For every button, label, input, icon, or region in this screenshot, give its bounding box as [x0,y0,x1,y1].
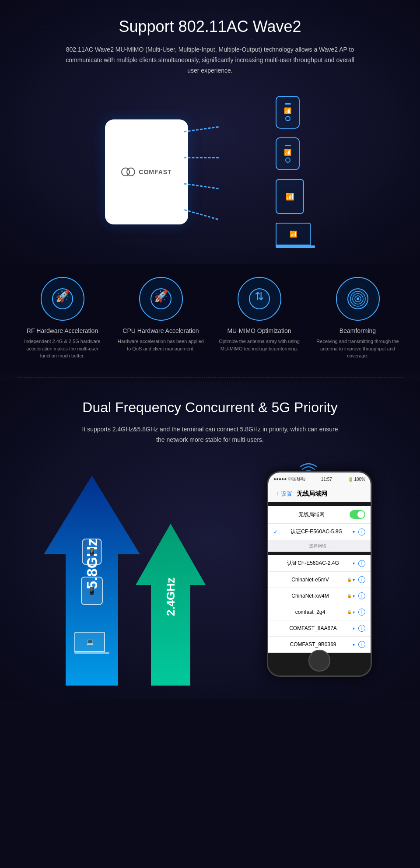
network-row-1[interactable]: 认证CF-E560AC-2.4G ▾ i [268,555,371,572]
network-list: 认证CF-E560AC-2.4G ▾ i ChinaNet-e5mV 🔒 ▾ i… [268,555,371,653]
laptop-screen: 📶 [276,223,311,245]
phone-speaker-1 [285,103,291,105]
network-row-4[interactable]: comfast_2g4 🔒 ▾ i [268,604,371,620]
other-networks-section: 选择网络... 认证CF-E560AC-2.4G ▾ i ChinaNet-e5… [268,540,371,653]
wifi-signal-n6: ▾ [353,642,355,647]
feature-mu-mimo: ⇅ MU-MIMO Optimization Optimize the ante… [216,277,303,360]
freq-visualization: 5.8GHz 📱 📱 💻 [26,458,394,686]
feature-beamforming: Beamforming Receiving and transmitting t… [314,277,402,360]
wifi-toggle-label: 无线局域网 [273,511,350,518]
beamforming-circle [336,277,380,321]
nav-title: 无线局域网 [297,490,327,498]
signal-lines [184,115,236,229]
svg-text:⇅: ⇅ [255,290,264,303]
laptop-base [276,245,315,248]
wifi-signal-n1: ▾ [353,561,355,566]
signal-line-1 [184,126,219,133]
section-wave2: Support 802.11AC Wave2 802.11AC Wave2 MU… [0,0,420,264]
comfast-logo-icon [121,167,135,177]
status-bar: ●●●●● 中国移动 11:57 🔋 100% [268,472,371,486]
feature-mu-desc: Optimize the antenna array with using MU… [216,338,303,352]
rf-circle: 🚀 [41,277,84,321]
svg-point-9 [357,298,359,300]
mu-mimo-circle: ⇅ [238,277,281,321]
network-row-5[interactable]: COMFAST_8AA67A ▾ i [268,620,371,637]
signal-line-4 [184,209,218,220]
cpu-circle: 🚀 [139,277,183,321]
wifi-signal-n5: ▾ [353,626,355,631]
wifi-signal-n2: ▾ [353,578,355,582]
feature-rf-title: RF Hardware Acceleration [19,327,106,334]
phone-button-2 [285,158,290,163]
feature-cpu-title: CPU Hardware Acceleration [117,327,205,334]
arrow-24-label: 2.4GHz [164,578,178,616]
device-tablet-on-arrow: 📱 [81,577,103,605]
info-button-4[interactable]: i [358,609,365,616]
feature-rf-hw-accel: 🚀 RF Hardware Acceleration Independent 2… [19,277,106,360]
comfast-text: COMFAST [139,168,172,175]
home-bar [268,653,371,668]
lock-icon-3: 🔒 [347,594,352,598]
info-button-3[interactable]: i [358,592,365,599]
svg-text:🚀: 🚀 [56,290,70,304]
wifi-toggle[interactable] [350,510,365,519]
signal-waves-icon [347,288,368,309]
phone-speaker-2 [285,145,291,146]
feature-beam-desc: Receiving and transmitting through the a… [314,338,402,360]
dual-freq-description: It supports 2.4GHz&5.8GHz and the termin… [79,424,341,445]
svg-point-1 [127,168,135,176]
feature-mu-title: MU-MIMO Optimization [216,327,303,334]
wifi-icon-laptop: 📶 [290,231,297,238]
section-dual-freq: Dual Frequency Concurrent & 5G Priority … [0,382,420,699]
features-grid: 🚀 RF Hardware Acceleration Independent 2… [18,277,402,360]
feature-cpu-desc: Hardware acceleration has been applied t… [117,338,205,352]
info-button-2[interactable]: i [358,576,365,583]
iphone-nav-bar: 〈 设置 无线局域网 [268,486,371,502]
network-row-2[interactable]: ChinaNet-e5mV 🔒 ▾ i [268,572,371,588]
signal-line-2 [184,157,219,158]
check-icon: ✓ [273,529,278,535]
devices-container: COMFAST 📶 📶 [26,89,394,255]
other-networks-header: 选择网络... [268,540,371,552]
tablet-outline: 📶 [276,179,304,214]
battery-text: 🔋 100% [348,477,365,482]
wifi-icon-2: 📶 [284,149,291,156]
home-button[interactable] [308,650,330,672]
nav-back-button[interactable]: 〈 设置 [273,490,292,498]
feature-rf-desc: Independent 2.4G & 2.5G hardware acceler… [19,338,106,360]
info-button-5[interactable]: i [358,625,365,632]
device-laptop-on-arrow: 💻 [74,632,109,654]
device-tablet: 📶 [276,179,315,214]
info-button-0[interactable]: i [358,528,365,536]
device-phone-on-arrow: 📱 [82,539,102,565]
info-button-6[interactable]: i [358,641,365,648]
info-button-1[interactable]: i [358,560,365,567]
comfast-logo: COMFAST [121,167,172,177]
device-phone-1: 📶 [276,96,315,129]
rocket-icon-2: 🚀 [150,288,172,309]
wifi-toggle-section: 无线局域网 ✓ 认证CF-E560AC-5.8G ▾ i [268,506,371,540]
connected-network-name: 认证CF-E560AC-5.8G [280,528,353,536]
arrows-updown-icon: ⇅ [249,288,270,309]
network-name-3: ChinaNet-xw4M [273,593,347,599]
device-laptop: 📶 [276,223,315,248]
arrow-58ghz: 5.8GHz 📱 📱 💻 [44,476,140,686]
network-name-6: COMFAST_9B0369 [273,641,353,648]
wifi-signal-1: ▾ [353,529,355,534]
network-name-4: comfast_2g4 [273,609,347,615]
lock-icon-2: 🔒 [347,578,352,582]
network-name-5: COMFAST_8AA67A [273,625,353,631]
network-name-2: ChinaNet-e5mV [273,577,347,583]
feature-cpu-hw-accel: 🚀 CPU Hardware Acceleration Hardware acc… [117,277,205,360]
phone-button-1 [285,116,290,121]
phones-column: 📶 📶 📶 📶 [276,96,315,248]
wifi-toggle-row: 无线局域网 [268,506,371,524]
network-row-3[interactable]: ChinaNet-xw4M 🔒 ▾ i [268,588,371,604]
connected-network-row[interactable]: ✓ 认证CF-E560AC-5.8G ▾ i [268,524,371,540]
wifi-signal-n3: ▾ [353,594,355,598]
iphone-mockup: ●●●●● 中国移动 11:57 🔋 100% 〈 设置 无线局域网 无线局域网… [267,471,372,677]
router-device: COMFAST [105,119,188,224]
laptop-base-on-arrow [74,652,109,654]
phone-outline-1: 📶 [276,96,300,129]
network-name-1: 认证CF-E560AC-2.4G [273,560,353,567]
